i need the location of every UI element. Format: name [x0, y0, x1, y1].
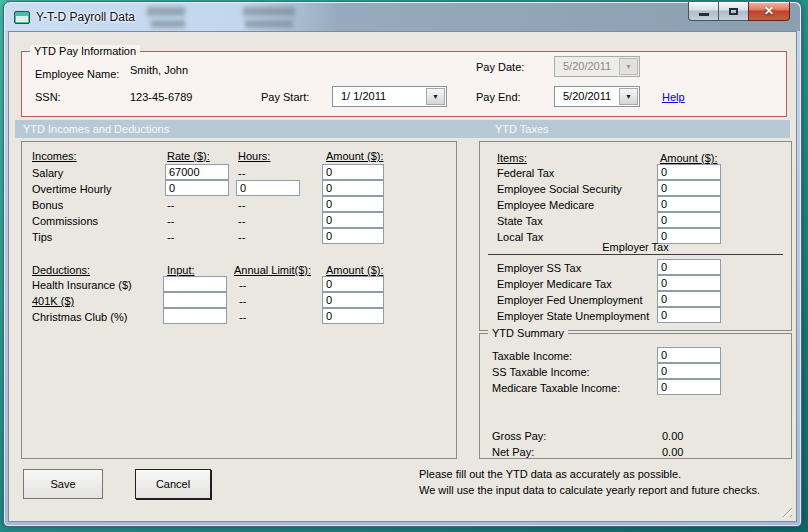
medicare-taxable-income-input[interactable]: [657, 379, 721, 395]
tips-rate-na: --: [167, 231, 174, 243]
help-link[interactable]: Help: [662, 91, 685, 103]
salary-amount-input[interactable]: [322, 164, 384, 180]
titlebar-glass-smudge: [245, 20, 293, 28]
pay-start-value: 1/ 1/2011: [333, 87, 425, 106]
pay-date-picker: 5/20/2011 ▼: [554, 56, 640, 77]
taxable-income-input[interactable]: [657, 347, 721, 363]
employer-state-unemployment-input[interactable]: [657, 307, 721, 323]
pay-start-picker[interactable]: 1/ 1/2011 ▼: [332, 86, 447, 107]
health-limit-na: --: [239, 279, 246, 291]
minimize-icon: [699, 13, 709, 16]
employer-tax-divider: Employer Tax: [488, 241, 783, 255]
salary-rate-input[interactable]: [165, 164, 229, 180]
employer-state-unemployment-label: Employer State Unemployment: [497, 310, 649, 322]
deduction-401k-label: 401K ($): [32, 295, 74, 307]
pay-end-label: Pay End:: [476, 91, 521, 103]
titlebar-glass-smudge: [151, 20, 185, 28]
overtime-hours-input[interactable]: [236, 180, 300, 196]
income-overtime-label: Overtime Hourly: [32, 183, 111, 195]
deductions-col-header: Deductions:: [32, 264, 90, 276]
app-form-icon: [14, 11, 30, 24]
christmas-amount-input[interactable]: [322, 308, 384, 324]
pay-end-picker[interactable]: 5/20/2011 ▼: [554, 86, 640, 107]
pay-info-legend: YTD Pay Information: [30, 45, 140, 57]
employee-name-value: Smith, John: [130, 64, 188, 76]
tips-amount-input[interactable]: [322, 228, 384, 244]
deduction-christmas-label: Christmas Club (%): [32, 311, 127, 323]
section-header-bar: YTD Incomes and Deductions YTD Taxes: [15, 120, 790, 138]
footer-note-line1: Please fill out the YTD data as accurate…: [419, 466, 681, 482]
gross-pay-value: 0.00: [662, 430, 683, 442]
footer-note-line2: We will use the input data to calculate …: [419, 482, 760, 498]
pay-start-label: Pay Start:: [261, 91, 309, 103]
tax-amount-col-header: Amount ($):: [660, 152, 717, 164]
employer-ss-input[interactable]: [657, 259, 721, 275]
close-button[interactable]: ✕: [748, 2, 790, 21]
christmas-limit-na: --: [239, 311, 246, 323]
ss-taxable-income-label: SS Taxable Income:: [492, 366, 590, 378]
state-tax-input[interactable]: [657, 212, 721, 228]
employer-fed-unemployment-label: Employer Fed Unemployment: [497, 294, 643, 306]
incomes-section-header: YTD Incomes and Deductions: [23, 120, 169, 138]
employer-medicare-input[interactable]: [657, 275, 721, 291]
employee-medicare-input[interactable]: [657, 196, 721, 212]
tips-hours-na: --: [238, 231, 245, 243]
christmas-club-input[interactable]: [163, 308, 227, 324]
commissions-rate-na: --: [167, 215, 174, 227]
ssn-label: SSN:: [35, 91, 61, 103]
commissions-amount-input[interactable]: [322, 212, 384, 228]
k401-limit-na: --: [239, 295, 246, 307]
k401-amount-input[interactable]: [322, 292, 384, 308]
resize-grip[interactable]: [778, 503, 792, 517]
pay-date-dropdown-arrow-icon: ▼: [619, 58, 638, 75]
health-amount-input[interactable]: [322, 276, 384, 292]
annual-limit-col-header: Annual Limit($):: [234, 264, 311, 276]
employer-medicare-label: Employer Medicare Tax: [497, 278, 612, 290]
k401-input[interactable]: [163, 292, 227, 308]
deduction-health-label: Health Insurance ($): [32, 279, 132, 291]
input-col-header: Input:: [167, 264, 195, 276]
bonus-amount-input[interactable]: [322, 196, 384, 212]
bonus-hours-na: --: [238, 199, 245, 211]
dialog-client-area: YTD Pay Information Employee Name: Smith…: [8, 31, 797, 522]
employee-ss-input[interactable]: [657, 180, 721, 196]
incomes-deductions-box: Incomes: Rate ($): Hours: Amount ($): Sa…: [21, 141, 457, 459]
federal-tax-input[interactable]: [657, 164, 721, 180]
health-insurance-input[interactable]: [163, 276, 227, 292]
taxes-section-header: YTD Taxes: [495, 120, 549, 138]
pay-end-dropdown-arrow-icon[interactable]: ▼: [619, 88, 638, 105]
minimize-button[interactable]: [688, 2, 718, 21]
overtime-amount-input[interactable]: [322, 180, 384, 196]
income-commissions-label: Commissions: [32, 215, 98, 227]
gross-pay-label: Gross Pay:: [492, 430, 546, 442]
pay-date-value: 5/20/2011: [555, 57, 618, 76]
pay-start-dropdown-arrow-icon[interactable]: ▼: [426, 88, 445, 105]
save-button[interactable]: Save: [23, 469, 103, 499]
net-pay-value: 0.00: [662, 446, 683, 458]
employer-ss-label: Employer SS Tax: [497, 262, 581, 274]
maximize-button[interactable]: [718, 2, 748, 21]
income-bonus-label: Bonus: [32, 199, 63, 211]
tax-items-col-header: Items:: [497, 152, 527, 164]
medicare-taxable-income-label: Medicare Taxable Income:: [492, 382, 620, 394]
bonus-rate-na: --: [167, 199, 174, 211]
ss-taxable-income-input[interactable]: [657, 363, 721, 379]
cancel-button[interactable]: Cancel: [135, 469, 211, 499]
overtime-rate-input[interactable]: [165, 180, 229, 196]
summary-legend: YTD Summary: [488, 327, 568, 339]
pay-end-value: 5/20/2011: [555, 87, 618, 106]
employee-ss-label: Employee Social Security: [497, 183, 622, 195]
rate-col-header: Rate ($):: [167, 150, 210, 162]
close-icon: ✕: [764, 3, 774, 20]
federal-tax-label: Federal Tax: [497, 167, 554, 179]
hours-col-header: Hours:: [238, 150, 270, 162]
incomes-col-header: Incomes:: [32, 150, 77, 162]
ssn-value: 123-45-6789: [130, 91, 192, 103]
taxable-income-label: Taxable Income:: [492, 350, 572, 362]
net-pay-label: Net Pay:: [492, 446, 534, 458]
employer-fed-unemployment-input[interactable]: [657, 291, 721, 307]
titlebar[interactable]: Y-T-D Payroll Data: [5, 3, 800, 31]
maximize-icon: [729, 8, 738, 15]
salary-hours-na: --: [238, 167, 245, 179]
income-tips-label: Tips: [32, 231, 52, 243]
